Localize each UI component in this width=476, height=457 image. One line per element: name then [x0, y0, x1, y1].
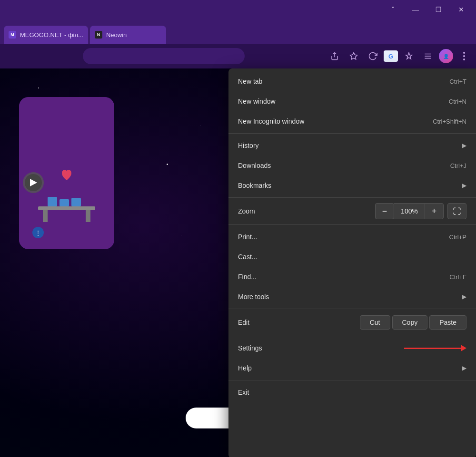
chevron-down-button[interactable]: ˅: [382, 2, 404, 17]
menu-item-print-label: Print...: [238, 233, 449, 241]
avatar[interactable]: 👤: [439, 49, 453, 63]
title-bar: ˅ — ❐ ✕: [0, 0, 476, 19]
tab-label-neowin: Neowin: [106, 31, 161, 39]
menu-item-new-window-label: New window: [238, 97, 449, 105]
menu-item-new-window[interactable]: New window Ctrl+N: [228, 91, 476, 111]
svg-rect-11: [48, 197, 57, 206]
menu-shortcut-find: Ctrl+F: [449, 273, 466, 281]
menu-item-find-label: Find...: [238, 273, 449, 281]
bookmark-icon[interactable]: [346, 48, 362, 64]
menu-item-find[interactable]: Find... Ctrl+F: [228, 267, 476, 287]
history-arrow-icon: ▶: [462, 142, 466, 149]
menu-item-cast[interactable]: Cast...: [228, 247, 476, 267]
content-illustration: ⋮: [19, 97, 114, 249]
menu-item-settings[interactable]: Settings: [228, 338, 476, 358]
settings-arrow-indicator: [404, 345, 466, 351]
help-arrow-icon: ▶: [462, 365, 466, 371]
translate-icon[interactable]: G: [384, 50, 398, 62]
menu-item-more-tools[interactable]: More tools ▶: [228, 287, 476, 307]
svg-rect-10: [86, 210, 90, 222]
restore-button[interactable]: ❐: [427, 2, 449, 17]
menu-item-help[interactable]: Help ▶: [228, 358, 476, 378]
menu-item-downloads-label: Downloads: [238, 162, 450, 169]
svg-rect-8: [38, 206, 95, 210]
divider-2: [228, 197, 476, 198]
zoom-label: Zoom: [238, 207, 375, 215]
divider-4: [228, 309, 476, 309]
menu-item-bookmarks-label: Bookmarks: [238, 182, 458, 189]
menu-shortcut-new-tab: Ctrl+T: [449, 78, 466, 85]
zoom-controls: − 100% +: [375, 203, 466, 219]
menu-item-print[interactable]: Print... Ctrl+P: [228, 227, 476, 247]
menu-shortcut-new-window: Ctrl+N: [449, 98, 466, 105]
zoom-value: 100%: [394, 203, 425, 219]
menu-item-downloads[interactable]: Downloads Ctrl+J: [228, 156, 476, 175]
minimize-button[interactable]: —: [405, 2, 426, 17]
menu-item-history[interactable]: History ▶: [228, 136, 476, 156]
tab-favicon-neowin: N: [95, 31, 102, 39]
fullscreen-button[interactable]: [447, 203, 466, 219]
svg-rect-13: [71, 198, 81, 206]
edit-label: Edit: [238, 319, 358, 326]
copy-button[interactable]: Copy: [392, 315, 428, 330]
zoom-minus-button[interactable]: −: [375, 203, 394, 219]
svg-rect-9: [43, 210, 48, 222]
address-bar[interactable]: [83, 48, 245, 64]
menu-shortcut-print: Ctrl+P: [449, 233, 466, 241]
paste-button[interactable]: Paste: [429, 315, 466, 330]
divider-3: [228, 224, 476, 225]
svg-marker-0: [350, 53, 357, 59]
share-icon[interactable]: [327, 48, 343, 64]
edit-row: Edit Cut Copy Paste: [228, 311, 476, 334]
divider-5: [228, 336, 476, 336]
menu-shortcut-new-incognito: Ctrl+Shift+N: [433, 118, 466, 125]
close-button[interactable]: ✕: [450, 2, 472, 17]
menu-item-new-tab[interactable]: New tab Ctrl+T: [228, 71, 476, 91]
tab-label-megogo: MEGOGO.NET - філ...: [20, 31, 83, 39]
svg-text:⋮: ⋮: [35, 230, 41, 236]
bookmarks-arrow-icon: ▶: [462, 182, 466, 189]
menu-item-help-label: Help: [238, 364, 458, 372]
toolbar: G 👤: [0, 44, 476, 68]
menu-item-new-incognito[interactable]: New Incognito window Ctrl+Shift+N: [228, 111, 476, 131]
menu-item-new-incognito-label: New Incognito window: [238, 117, 433, 125]
menu-item-history-label: History: [238, 142, 458, 149]
refresh-icon[interactable]: [365, 48, 381, 64]
svg-rect-12: [60, 199, 69, 206]
more-tools-arrow-icon: ▶: [462, 293, 466, 300]
cut-button[interactable]: Cut: [360, 315, 390, 330]
zoom-row: Zoom − 100% +: [228, 200, 476, 223]
menu-item-exit-label: Exit: [238, 389, 466, 396]
menu-item-new-tab-label: New tab: [238, 78, 449, 85]
menu-item-exit[interactable]: Exit: [228, 382, 476, 402]
zoom-plus-button[interactable]: +: [425, 203, 444, 219]
media-control-icon[interactable]: [420, 48, 436, 64]
tab-favicon-megogo: M: [9, 31, 16, 39]
menu-shortcut-downloads: Ctrl+J: [450, 162, 466, 169]
menu-item-bookmarks[interactable]: Bookmarks ▶: [228, 175, 476, 195]
menu-item-more-tools-label: More tools: [238, 293, 458, 301]
tab-megogo[interactable]: M MEGOGO.NET - філ...: [4, 26, 88, 44]
content-card: ⋮: [19, 97, 114, 249]
more-options-icon[interactable]: [456, 48, 472, 64]
divider-1: [228, 133, 476, 134]
extensions-icon[interactable]: [401, 48, 417, 64]
window-controls: ˅ — ❐ ✕: [382, 2, 472, 17]
context-menu: New tab Ctrl+T New window Ctrl+N New Inc…: [228, 68, 476, 457]
tab-neowin[interactable]: N Neowin: [90, 26, 166, 44]
tab-bar: M MEGOGO.NET - філ... N Neowin: [0, 19, 476, 44]
menu-item-cast-label: Cast...: [238, 253, 466, 261]
divider-6: [228, 380, 476, 380]
